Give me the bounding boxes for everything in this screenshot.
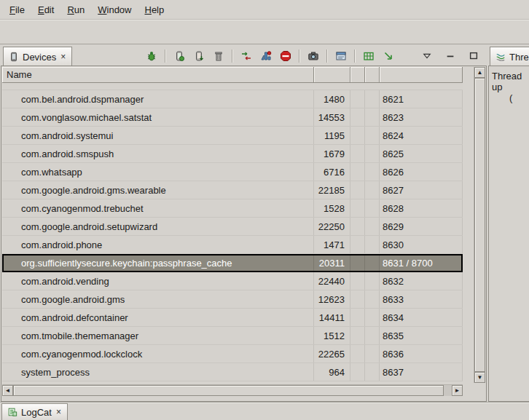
cell-port: 8626 <box>380 163 463 181</box>
table-row[interactable]: com.android.phone14718630 <box>2 236 463 254</box>
cell-port: 8628 <box>380 199 463 217</box>
cell-pid: 22265 <box>314 345 350 362</box>
screen-capture-icon[interactable] <box>305 47 322 65</box>
table-row[interactable]: com.android.defcontainer144118634 <box>2 309 463 327</box>
capture-view-hierarchy-icon[interactable] <box>360 47 377 65</box>
cell-port: 8621 <box>380 90 463 108</box>
cell-pid: 22185 <box>314 181 350 199</box>
start-method-profiling-icon[interactable] <box>257 47 275 65</box>
eclipse-ddms-window: { "menubar": { "items": ["File", "Edit",… <box>0 0 529 420</box>
devices-toolbar <box>143 47 482 65</box>
view-menu-icon[interactable] <box>418 47 436 65</box>
dump-hprof-icon[interactable] <box>190 47 208 65</box>
cell-name: com.vonglasow.michael.satstat <box>2 108 314 126</box>
toolbar-separator <box>232 49 233 63</box>
update-threads-icon[interactable] <box>238 47 255 65</box>
panel-window-controls <box>418 47 482 65</box>
cell-a <box>350 254 365 272</box>
cell-pid: 12623 <box>314 290 350 308</box>
column-header-name[interactable]: Name <box>2 67 314 83</box>
vertical-scrollbar[interactable]: ▲ ▼ <box>474 67 485 383</box>
minimize-icon[interactable] <box>442 47 459 65</box>
cell-b <box>365 145 380 162</box>
threads-message-line1: Thread up <box>492 71 529 92</box>
table-row[interactable]: com.whatsapp67168626 <box>2 163 463 181</box>
debug-process-icon[interactable] <box>143 47 160 65</box>
vertical-scrollbar-thumb[interactable] <box>474 78 485 372</box>
menu-window[interactable]: Window <box>91 2 138 17</box>
cell-a <box>350 145 365 162</box>
close-icon[interactable]: × <box>60 52 66 62</box>
table-row[interactable]: com.google.android.gms.wearable221858627 <box>2 181 463 199</box>
cell-b <box>365 181 380 199</box>
tab-threads[interactable]: Threads <box>490 47 529 66</box>
table-row[interactable]: com.bel.android.dspmanager14808621 <box>2 90 463 108</box>
cell-port: 8635 <box>380 327 463 344</box>
main-toolbar <box>0 20 529 44</box>
cell-name: com.cyanogenmod.trebuchet <box>2 199 314 217</box>
scroll-right-icon[interactable]: ► <box>452 385 463 396</box>
cell-b <box>365 127 380 144</box>
cell-pid: 1480 <box>314 90 350 108</box>
table-row[interactable]: com.vonglasow.michael.satstat145538623 <box>2 108 463 127</box>
cell-pid: 1512 <box>314 327 350 344</box>
tab-logcat[interactable]: LogCat × <box>1 403 68 420</box>
close-icon[interactable]: × <box>55 407 62 417</box>
cell-a <box>350 218 365 235</box>
table-row[interactable]: org.sufficientlysecure.keychain:passphra… <box>2 254 463 272</box>
toolbar-separator <box>165 49 166 63</box>
cell-pid: 1471 <box>314 236 350 253</box>
cell-a <box>350 90 365 108</box>
cell-a <box>350 199 365 217</box>
cause-gc-icon[interactable] <box>210 47 227 65</box>
menu-help[interactable]: Help <box>138 2 171 17</box>
table-row[interactable]: com.android.systemui11958624 <box>2 127 463 145</box>
tab-devices[interactable]: Devices × <box>3 47 72 66</box>
scroll-left-icon[interactable]: ◄ <box>2 385 13 396</box>
table-row[interactable]: com.cyanogenmod.trebuchet15288628 <box>2 199 463 218</box>
horizontal-scrollbar[interactable]: ◄ ► <box>2 384 463 396</box>
threads-content: Thread up ( <box>488 66 529 402</box>
cell-b <box>365 90 380 108</box>
column-header-a[interactable] <box>350 67 365 83</box>
column-header-pid[interactable] <box>314 67 350 83</box>
table-row[interactable]: com.cyanogenmod.lockclock222658636 <box>2 345 463 363</box>
cell-name: com.google.android.gms <box>2 290 314 308</box>
table-row[interactable]: system_process9648637 <box>2 363 463 381</box>
cell-a <box>350 181 365 199</box>
cell-b <box>365 363 380 381</box>
cell-b <box>365 290 380 308</box>
cell-port: 8636 <box>380 345 463 362</box>
menu-file[interactable]: File <box>3 2 31 17</box>
column-header-port[interactable] <box>380 67 463 83</box>
table-row[interactable]: com.google.android.setupwizard222508629 <box>2 218 463 236</box>
cell-port: 8627 <box>380 181 463 199</box>
device-table: Name com.bel.android.dspmanager14808621c… <box>1 66 487 402</box>
device-icon <box>9 52 19 62</box>
menu-run[interactable]: Run <box>60 2 91 17</box>
table-row[interactable]: com.android.vending224408632 <box>2 272 463 290</box>
scroll-up-icon[interactable]: ▲ <box>474 67 485 78</box>
update-heap-icon[interactable] <box>171 47 188 65</box>
table-row[interactable]: com.google.android.gms126238633 <box>2 290 463 309</box>
cell-pid: 6716 <box>314 163 350 181</box>
menu-edit[interactable]: Edit <box>31 2 60 17</box>
cell-name: com.android.smspush <box>2 145 314 162</box>
cell-name: com.cyanogenmod.lockclock <box>2 345 314 362</box>
table-header: Name <box>2 67 463 83</box>
start-systrace-icon[interactable] <box>380 47 397 65</box>
cell-port: 8630 <box>380 236 463 253</box>
cell-a <box>350 108 365 126</box>
horizontal-scrollbar-thumb[interactable] <box>13 385 444 396</box>
cell-port: 8623 <box>380 108 463 126</box>
cell-name: com.whatsapp <box>2 163 314 181</box>
scroll-down-icon[interactable]: ▼ <box>474 372 485 383</box>
table-row[interactable]: com.tmobile.thememanager15128635 <box>2 327 463 345</box>
column-header-b[interactable] <box>365 67 380 83</box>
cell-pid: 1195 <box>314 127 350 144</box>
capture-system-info-icon[interactable] <box>332 47 350 65</box>
table-row[interactable]: com.android.smspush16798625 <box>2 145 463 163</box>
stop-process-icon[interactable] <box>277 47 294 65</box>
bottom-bar: LogCat × <box>0 402 529 420</box>
maximize-icon[interactable] <box>465 47 482 65</box>
